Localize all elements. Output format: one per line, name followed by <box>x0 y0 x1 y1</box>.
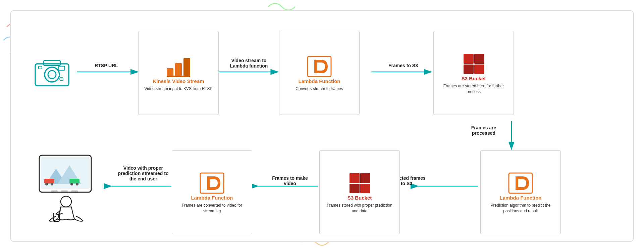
svg-rect-35 <box>44 179 54 183</box>
svg-rect-12 <box>44 60 60 66</box>
lambda1-name: Lambda Function <box>299 78 340 84</box>
s3-2-box: S3 Bucket Frames stored with proper pred… <box>319 150 400 234</box>
svg-rect-26 <box>350 173 360 183</box>
svg-rect-22 <box>474 54 484 64</box>
enduser-icon <box>33 152 100 226</box>
rtsp-url-label: RTSP URL <box>81 63 131 68</box>
s3-1-icon <box>460 52 487 76</box>
s3-1-box: S3 Bucket Frames are stored here for fur… <box>433 31 514 115</box>
lambda3-name: Lambda Function <box>500 195 542 201</box>
svg-point-10 <box>45 67 59 82</box>
frames-s3-label: Frames to S3 <box>376 63 430 68</box>
svg-rect-38 <box>69 179 79 183</box>
svg-point-36 <box>45 183 48 185</box>
lambda1-desc: Converts stream to frames <box>296 86 343 92</box>
svg-rect-14 <box>39 66 42 69</box>
lambda1-icon <box>306 55 333 78</box>
svg-rect-18 <box>183 58 190 77</box>
svg-rect-42 <box>61 191 68 192</box>
s3-2-icon <box>346 171 373 195</box>
s3-1-desc: Frames are stored here for further proce… <box>437 83 510 95</box>
svg-point-15 <box>60 77 63 81</box>
lambda3-box: Lambda Function Prediction algorithm to … <box>480 150 561 234</box>
svg-rect-16 <box>167 68 173 77</box>
lambda2-box: Lambda Function Frames are converted to … <box>172 150 252 234</box>
svg-rect-23 <box>464 65 474 74</box>
camera-node <box>28 48 76 96</box>
camera-icon <box>32 55 72 89</box>
svg-rect-24 <box>474 65 484 74</box>
lambda2-icon <box>199 171 225 195</box>
video-stream-label: Video stream toLambda function <box>222 58 276 69</box>
main-diagram: RTSP URL Kinesis Video Stream Video stre… <box>10 10 634 242</box>
svg-rect-13 <box>59 66 65 70</box>
svg-point-40 <box>76 183 78 185</box>
kvs-box: Kinesis Video Stream Video stream input … <box>138 31 219 115</box>
svg-rect-17 <box>175 63 182 77</box>
svg-point-11 <box>48 71 56 79</box>
svg-rect-21 <box>464 54 474 64</box>
lambda1-box: Lambda Function Converts stream to frame… <box>279 31 360 115</box>
svg-rect-29 <box>360 184 370 193</box>
enduser-node <box>24 145 108 233</box>
svg-rect-19 <box>167 76 190 77</box>
svg-point-39 <box>70 183 73 185</box>
lambda3-icon <box>507 171 534 195</box>
frames-make-video-label: Frames to makevideo <box>262 175 318 186</box>
kvs-icon <box>165 55 192 78</box>
svg-point-44 <box>61 196 71 207</box>
video-user-label: Video with properprediction streamed tot… <box>113 165 173 181</box>
s3-2-desc: Frames stored with proper prediction and… <box>323 203 396 214</box>
svg-rect-28 <box>350 184 360 193</box>
svg-point-37 <box>51 183 53 185</box>
svg-rect-43 <box>71 191 78 192</box>
frames-processed-label: Frames areprocessed <box>457 125 511 136</box>
kvs-desc: Video stream input to KVS from RTSP <box>145 86 213 92</box>
lambda2-desc: Frames are converted to video for stream… <box>175 203 249 214</box>
s3-2-name: S3 Bucket <box>347 195 372 201</box>
svg-rect-41 <box>51 191 58 192</box>
kvs-name: Kinesis Video Stream <box>153 78 204 84</box>
lambda2-name: Lambda Function <box>191 195 233 201</box>
s3-1-name: S3 Bucket <box>462 76 486 81</box>
svg-rect-27 <box>360 173 370 183</box>
lambda3-desc: Prediction algorithm to predict the posi… <box>484 203 557 214</box>
